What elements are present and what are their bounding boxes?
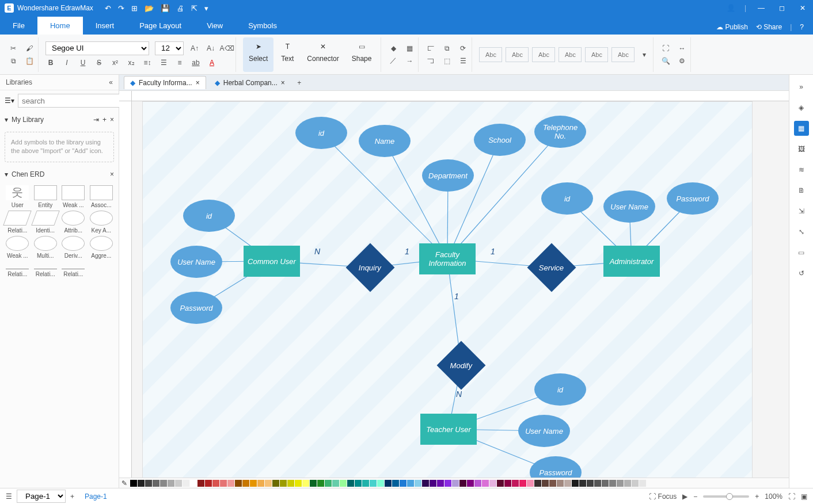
library-shape[interactable]: Weak ... xyxy=(60,185,86,208)
underline-icon[interactable]: U xyxy=(78,58,88,68)
color-swatch[interactable] xyxy=(370,480,377,487)
color-swatch[interactable] xyxy=(549,480,556,487)
arrow-style-icon[interactable]: → xyxy=(404,56,415,66)
style-preset-0[interactable]: Abc xyxy=(479,47,502,62)
rotate-icon[interactable]: ⟳ xyxy=(458,43,468,54)
color-swatch[interactable] xyxy=(227,480,234,487)
menu-tab-home[interactable]: Home xyxy=(37,17,83,35)
diagram-attr[interactable]: id xyxy=(295,117,347,149)
text-color-icon[interactable]: ab xyxy=(191,58,201,68)
close-tab-icon[interactable]: × xyxy=(196,79,200,87)
style-preset-1[interactable]: Abc xyxy=(506,47,529,62)
color-swatch[interactable] xyxy=(347,480,354,487)
color-swatch[interactable] xyxy=(138,480,145,487)
theme-icon[interactable]: ◈ xyxy=(794,100,809,115)
publish-button[interactable]: ☁ Publish xyxy=(716,23,748,31)
diagram-rel[interactable]: Service xyxy=(527,243,576,292)
zoom-out-icon[interactable]: − xyxy=(693,492,697,501)
shape-styles-gallery[interactable]: AbcAbcAbcAbcAbcAbc xyxy=(479,47,635,62)
color-swatch[interactable] xyxy=(632,480,639,487)
diagram-entity[interactable]: Teacher User xyxy=(420,414,477,445)
italic-icon[interactable]: I xyxy=(62,58,72,68)
color-swatch[interactable] xyxy=(130,480,137,487)
color-swatch[interactable] xyxy=(557,480,564,487)
color-swatch[interactable] xyxy=(437,480,444,487)
open-icon[interactable]: 📂 xyxy=(145,4,154,13)
color-swatch[interactable] xyxy=(572,480,579,487)
diagram-attr[interactable]: School xyxy=(474,124,526,156)
diagram-attr[interactable]: id xyxy=(183,200,235,232)
superscript-icon[interactable]: x² xyxy=(110,58,120,68)
size-icon[interactable]: ⬚ xyxy=(442,56,452,66)
subscript-icon[interactable]: x₂ xyxy=(126,58,136,68)
diagram-attr[interactable]: Name xyxy=(359,125,411,157)
diagram-rel[interactable]: Modify xyxy=(437,341,486,390)
page-break-icon[interactable]: ↔ xyxy=(677,43,687,54)
minimize-icon[interactable]: — xyxy=(755,4,767,12)
notes-icon[interactable]: 🗎 xyxy=(794,183,809,198)
align-icon[interactable]: ⫍ xyxy=(426,43,436,54)
color-swatch[interactable] xyxy=(355,480,362,487)
bold-icon[interactable]: B xyxy=(45,58,56,68)
line-spacing-icon[interactable]: ≡↕ xyxy=(142,58,153,68)
color-swatch[interactable] xyxy=(183,480,189,487)
clear-format-icon[interactable]: A⌫ xyxy=(222,43,232,54)
zoom-slider[interactable] xyxy=(703,495,749,498)
find-icon[interactable]: 🔍 xyxy=(660,56,671,66)
diagram-entity[interactable]: Administrator xyxy=(603,246,660,277)
diagram-attr[interactable]: Password xyxy=(530,456,582,478)
color-swatch[interactable] xyxy=(422,480,429,487)
color-swatch[interactable] xyxy=(325,480,332,487)
numbering-icon[interactable]: ≡ xyxy=(174,58,185,68)
library-shape[interactable]: Relati... xyxy=(5,211,31,234)
menu-tab-view[interactable]: View xyxy=(194,17,235,35)
color-swatch[interactable] xyxy=(280,480,287,487)
color-swatch[interactable] xyxy=(609,480,616,487)
style-preset-4[interactable]: Abc xyxy=(585,47,608,62)
color-swatch[interactable] xyxy=(190,480,197,487)
library-shape[interactable]: Assoc... xyxy=(89,185,115,208)
connector-tool[interactable]: ✕Connector xyxy=(301,37,344,72)
format-painter-icon[interactable]: 🖌 xyxy=(24,43,35,54)
color-swatch[interactable] xyxy=(624,480,631,487)
color-swatch[interactable] xyxy=(519,480,526,487)
color-swatch[interactable] xyxy=(534,480,541,487)
increase-font-icon[interactable]: A↑ xyxy=(189,43,200,54)
color-swatch[interactable] xyxy=(489,480,496,487)
strike-icon[interactable]: S xyxy=(94,58,104,68)
library-shape[interactable]: Aggre... xyxy=(89,236,115,259)
style-preset-5[interactable]: Abc xyxy=(611,47,635,62)
layout-icon[interactable]: ▦ xyxy=(794,121,809,136)
color-swatch[interactable] xyxy=(317,480,324,487)
library-shape[interactable]: Multi... xyxy=(33,236,59,259)
color-swatch[interactable] xyxy=(587,480,594,487)
close-icon[interactable]: ✕ xyxy=(797,4,808,12)
menu-tab-file[interactable]: File xyxy=(0,17,37,35)
diagram-entity[interactable]: Common User xyxy=(244,246,300,277)
style-preset-3[interactable]: Abc xyxy=(559,47,582,62)
library-shape[interactable]: Entity xyxy=(33,185,59,208)
page-canvas[interactable]: Common UserFacultyInformationAdministrat… xyxy=(142,101,753,478)
color-swatch[interactable] xyxy=(564,480,571,487)
diagram-attr[interactable]: Password xyxy=(667,182,719,215)
order-icon[interactable]: ☰ xyxy=(458,56,468,66)
library-shape[interactable]: Deriv... xyxy=(60,236,86,259)
qat-more-icon[interactable]: ▾ xyxy=(204,4,208,13)
library-search-input[interactable] xyxy=(18,94,123,108)
user-avatar-icon[interactable]: 👤 xyxy=(727,4,735,12)
color-swatch[interactable] xyxy=(400,480,406,487)
doc-tab[interactable]: ◆Faculty Informa...× xyxy=(124,76,206,89)
diagram-attr[interactable]: Department xyxy=(422,159,474,192)
color-swatch[interactable] xyxy=(153,480,159,487)
color-swatch[interactable] xyxy=(467,480,474,487)
diagram-attr[interactable]: User Name xyxy=(518,415,570,447)
diagram-attr[interactable]: Password xyxy=(170,292,222,324)
color-swatch[interactable] xyxy=(407,480,414,487)
library-shape[interactable]: Key A... xyxy=(89,211,115,234)
color-swatch[interactable] xyxy=(602,480,609,487)
color-swatch[interactable] xyxy=(340,480,347,487)
settings-icon[interactable]: ⚙ xyxy=(677,56,687,66)
help-icon[interactable]: ? xyxy=(800,23,804,31)
text-tool[interactable]: TText xyxy=(275,37,300,72)
color-swatch[interactable] xyxy=(474,480,481,487)
